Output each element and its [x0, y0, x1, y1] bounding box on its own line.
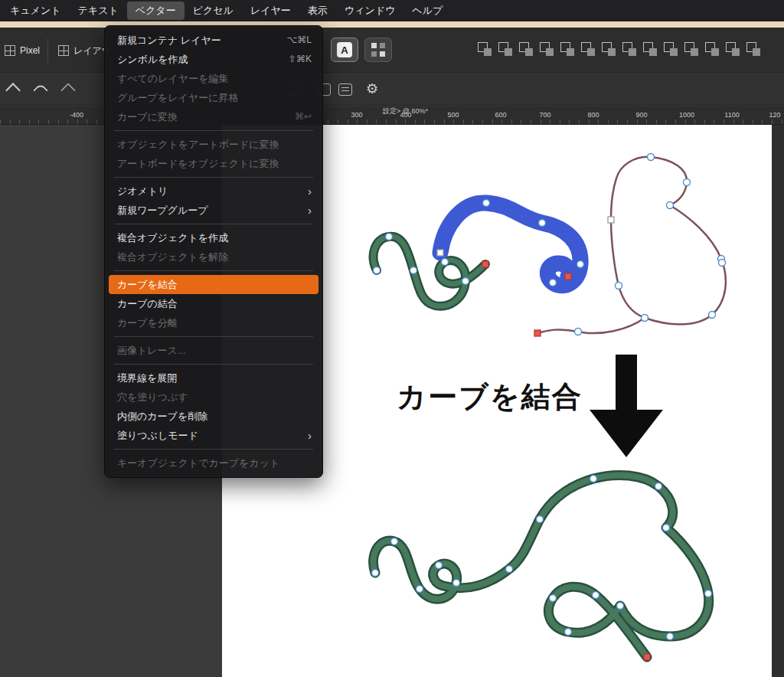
boolean-intersect-icon[interactable]	[683, 41, 700, 57]
menu-item-1[interactable]: シンボルを作成⇧⌘K	[105, 50, 322, 69]
corner-round-icon[interactable]	[34, 83, 52, 96]
curve-node[interactable]	[391, 538, 398, 545]
corner-concave-icon[interactable]	[61, 83, 80, 96]
menu-item-label: 内側のカーブを削除	[117, 410, 207, 423]
curve-node[interactable]	[506, 566, 513, 573]
curve-node[interactable]	[709, 312, 716, 319]
menu-item-10[interactable]: 新規ワープグループ›	[105, 201, 322, 220]
curve-node[interactable]	[663, 525, 670, 531]
curve-node[interactable]	[442, 259, 449, 266]
curve-endpoint-red[interactable]	[644, 654, 650, 660]
settings-gear-icon[interactable]: ⚙	[366, 80, 378, 97]
menu-item-label: ジオメトリ	[117, 185, 168, 198]
layout-icon	[58, 45, 69, 56]
curve-node[interactable]	[719, 260, 726, 267]
menu-item-label: 新規ワープグループ	[117, 204, 208, 217]
menu-separator	[114, 224, 313, 224]
curve-node[interactable]	[593, 592, 599, 599]
curve-node[interactable]	[577, 261, 584, 268]
insert-inside-icon[interactable]	[497, 41, 514, 57]
curve-node[interactable]	[550, 280, 557, 286]
menu-bar-item-4[interactable]: レイヤー	[242, 2, 299, 20]
curve-node[interactable]	[550, 595, 557, 602]
menu-bar-item-7[interactable]: ヘルプ	[403, 2, 451, 20]
layout-button[interactable]: レイアウ	[58, 41, 111, 61]
boolean-subtract-icon[interactable]	[662, 41, 679, 57]
menu-separator	[114, 177, 313, 178]
green-curve-top-outline[interactable]	[374, 237, 485, 306]
green-curve-bottom-outline[interactable]	[374, 475, 709, 657]
curve-endpoint-red[interactable]	[482, 261, 488, 267]
menu-bar-item-0[interactable]: キュメント	[2, 2, 70, 20]
menu-bar-item-3[interactable]: ピクセル	[185, 2, 242, 20]
menu-item-24[interactable]: 塗りつぶしモード›	[105, 426, 322, 445]
menu-bar-item-5[interactable]: 表示	[299, 2, 336, 20]
menu-item-label: カーブを結合	[117, 278, 178, 291]
curve-node[interactable]	[416, 586, 423, 593]
move-to-back-icon[interactable]	[538, 41, 555, 57]
curve-node[interactable]	[372, 570, 379, 577]
curve-node[interactable]	[617, 603, 624, 610]
cat-outline-body[interactable]	[611, 157, 726, 325]
menu-item-17: カーブを分離	[105, 313, 322, 332]
curve-node[interactable]	[386, 234, 393, 240]
toolbar-divider	[47, 38, 48, 63]
curve-node[interactable]	[705, 590, 712, 597]
menu-item-label: カーブの結合	[117, 297, 178, 310]
curve-node[interactable]	[436, 562, 443, 569]
boolean-add-icon[interactable]	[642, 41, 658, 57]
boolean-divide-icon[interactable]	[704, 41, 720, 57]
menu-separator	[114, 336, 313, 337]
curve-node[interactable]	[642, 315, 648, 322]
curve-node[interactable]	[374, 267, 381, 274]
move-forward-icon[interactable]	[580, 41, 596, 57]
curve-node-square[interactable]	[608, 217, 614, 223]
curve-node[interactable]	[667, 202, 674, 209]
curve-node[interactable]	[684, 179, 691, 186]
move-to-front-icon[interactable]	[600, 41, 617, 57]
curve-endpoint-red[interactable]	[534, 330, 541, 336]
curve-node[interactable]	[616, 283, 622, 289]
list-panel-icon[interactable]	[338, 83, 352, 96]
corner-sharp-icon[interactable]	[6, 83, 24, 96]
boolean-combine-icon[interactable]	[724, 41, 741, 57]
auto-correct-toggle[interactable]: A	[331, 38, 358, 62]
curve-node-square[interactable]	[437, 250, 443, 256]
menu-bar-item-2[interactable]: ベクター	[127, 2, 185, 20]
curve-node[interactable]	[667, 633, 674, 640]
curve-endpoint-red[interactable]	[565, 273, 571, 280]
move-backward-icon[interactable]	[559, 41, 576, 57]
boolean-outline-icon[interactable]	[745, 41, 762, 57]
curve-node[interactable]	[539, 220, 546, 227]
menu-item-15[interactable]: カーブを結合	[109, 275, 318, 294]
curve-node[interactable]	[590, 476, 597, 482]
curve-node[interactable]	[410, 267, 417, 274]
menu-item-12[interactable]: 複合オブジェクトを作成	[105, 228, 322, 247]
curve-node[interactable]	[655, 483, 662, 490]
snapping-grid-toggle[interactable]	[364, 38, 392, 62]
green-curve-bottom[interactable]	[374, 475, 709, 657]
menu-item-9[interactable]: ジオメトリ›	[105, 182, 322, 201]
insert-on-top-icon[interactable]	[518, 41, 534, 57]
menu-bar-item-1[interactable]: テキスト	[70, 2, 127, 20]
insert-behind-icon[interactable]	[476, 41, 493, 57]
curve-node[interactable]	[453, 580, 460, 587]
curve-node[interactable]	[575, 329, 582, 335]
menu-item-16[interactable]: カーブの結合	[105, 294, 322, 313]
curve-node[interactable]	[565, 629, 572, 636]
menu-item-23[interactable]: 内側のカーブを削除	[105, 407, 322, 426]
cat-outline-tail[interactable]	[537, 318, 645, 333]
menu-item-6: オブジェクトをアートボードに変換	[105, 135, 322, 154]
menu-item-21[interactable]: 境界線を展開	[105, 368, 322, 388]
curve-node[interactable]	[462, 278, 469, 285]
alignment-icon[interactable]	[621, 41, 638, 57]
menu-bar-item-6[interactable]: ウィンドウ	[336, 2, 404, 20]
menu-item-shortcut: ⌥⌘L	[286, 34, 312, 47]
pixel-persona-button[interactable]: Pixel	[5, 41, 40, 61]
menu-item-19: 画像トレース...	[105, 341, 322, 360]
curve-node[interactable]	[648, 154, 655, 161]
menu-item-label: 画像トレース...	[117, 344, 186, 357]
curve-node[interactable]	[483, 200, 490, 207]
curve-node[interactable]	[537, 516, 544, 523]
menu-item-0[interactable]: 新規コンテナ レイヤー⌥⌘L	[105, 31, 322, 50]
